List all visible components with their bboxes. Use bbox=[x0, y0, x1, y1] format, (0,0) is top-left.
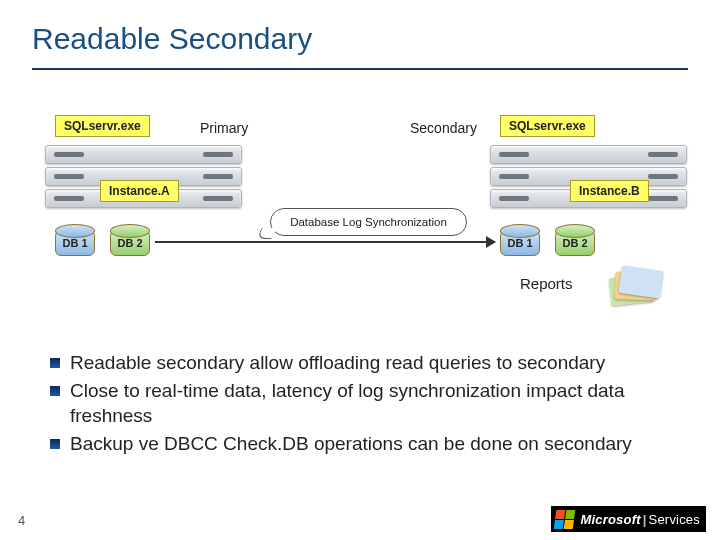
database-icon-secondary-db2: DB 2 bbox=[555, 230, 595, 256]
bullet-item: Backup ve DBCC Check.DB operations can b… bbox=[50, 431, 665, 457]
role-label-primary: Primary bbox=[200, 120, 248, 136]
sqlservr-label-left: SQLservr.exe bbox=[55, 115, 150, 137]
bullet-item: Readable secondary allow offloading read… bbox=[50, 350, 665, 376]
slide-title: Readable Secondary bbox=[32, 22, 312, 56]
reports-icon bbox=[610, 268, 660, 300]
bullet-icon bbox=[50, 439, 60, 449]
sqlservr-label-right: SQLservr.exe bbox=[500, 115, 595, 137]
bullet-text: Readable secondary allow offloading read… bbox=[70, 350, 665, 376]
sync-callout: Database Log Synchronization bbox=[270, 208, 467, 236]
database-icon-primary-db1: DB 1 bbox=[55, 230, 95, 256]
reports-label: Reports bbox=[520, 275, 573, 292]
brand-text: Microsoft|Services bbox=[580, 512, 700, 527]
title-underline bbox=[32, 68, 688, 70]
bullet-icon bbox=[50, 386, 60, 396]
database-icon-primary-db2: DB 2 bbox=[110, 230, 150, 256]
sync-arrow-icon bbox=[155, 241, 495, 243]
microsoft-logo-icon bbox=[554, 510, 576, 529]
page-number: 4 bbox=[18, 513, 25, 528]
brand-footer: Microsoft|Services bbox=[551, 506, 706, 532]
brand-company: Microsoft bbox=[580, 512, 640, 527]
bullet-text: Close to real-time data, latency of log … bbox=[70, 378, 665, 429]
bullet-item: Close to real-time data, latency of log … bbox=[50, 378, 665, 429]
bullet-text: Backup ve DBCC Check.DB operations can b… bbox=[70, 431, 665, 457]
architecture-diagram: SQLservr.exe SQLservr.exe Primary Second… bbox=[0, 90, 720, 290]
brand-unit: Services bbox=[649, 512, 700, 527]
bullet-list: Readable secondary allow offloading read… bbox=[50, 350, 665, 459]
instance-b-label: Instance.B bbox=[570, 180, 649, 202]
role-label-secondary: Secondary bbox=[410, 120, 477, 136]
bullet-icon bbox=[50, 358, 60, 368]
slide: Readable Secondary SQLservr.exe SQLservr… bbox=[0, 0, 720, 540]
instance-a-label: Instance.A bbox=[100, 180, 179, 202]
database-icon-secondary-db1: DB 1 bbox=[500, 230, 540, 256]
